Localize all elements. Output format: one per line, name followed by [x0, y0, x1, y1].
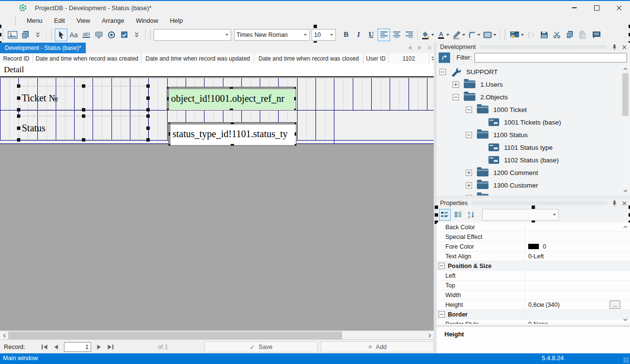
property-value[interactable]: 0-None	[525, 321, 630, 324]
property-row-left[interactable]: Left	[437, 271, 630, 281]
collapse-icon[interactable]	[453, 94, 459, 100]
property-row-height[interactable]: Height 0,6см (340) ...	[437, 300, 630, 310]
status-label-control[interactable]: Status	[18, 116, 148, 140]
copy-button[interactable]	[563, 29, 576, 41]
align-center-button[interactable]	[390, 29, 403, 41]
tree-scrollbar[interactable]	[622, 64, 629, 195]
font-size-combobox[interactable]: 10	[312, 29, 336, 41]
property-row-border-style[interactable]: Border Style 0-None	[437, 319, 630, 324]
property-row-text-align[interactable]: Text Align 0-Left	[437, 252, 630, 261]
border-style-button[interactable]	[482, 29, 498, 41]
form-designer-canvas[interactable]: Detail Ticket № object_id!1001.object_re…	[0, 63, 434, 331]
menu-item-help[interactable]: Help	[164, 16, 189, 26]
column-header-updated[interactable]: Date and time when record was updated	[142, 53, 254, 63]
font-color-button[interactable]: A	[436, 29, 451, 41]
close-panel-button[interactable]	[620, 199, 628, 207]
menu-item-edit[interactable]: Edit	[48, 16, 71, 26]
button-tool-button[interactable]	[93, 29, 105, 41]
property-row-fore-color[interactable]: Fore Color 0	[437, 242, 630, 252]
line-color-button[interactable]	[451, 29, 467, 41]
outline-button[interactable]	[525, 29, 538, 41]
column-header-record-id[interactable]: Record ID	[0, 53, 33, 63]
horizontal-scrollbar[interactable]	[0, 331, 434, 340]
collapse-icon[interactable]	[440, 69, 446, 75]
scroll-down-button[interactable]	[622, 187, 629, 195]
filter-input[interactable]	[474, 53, 627, 63]
bold-button[interactable]: B	[340, 29, 352, 41]
first-record-button[interactable]	[39, 342, 50, 352]
properties-scrollbar[interactable]	[622, 222, 629, 324]
scrollbar-thumb[interactable]	[622, 73, 629, 116]
property-row-width[interactable]: Width	[437, 290, 630, 300]
scroll-left-button[interactable]	[0, 331, 8, 340]
toolbar-grip[interactable]	[50, 29, 53, 41]
property-category-position-size[interactable]: Position & Size	[437, 261, 630, 271]
ellipsis-button[interactable]: ...	[610, 301, 620, 309]
pin-panel-button[interactable]	[611, 43, 618, 51]
navigate-to-object-button[interactable]	[439, 52, 450, 63]
collapse-icon[interactable]	[439, 311, 445, 317]
italic-button[interactable]: I	[352, 29, 365, 41]
scroll-down-button[interactable]	[622, 316, 629, 324]
property-row-special-effect[interactable]: Special Effect	[437, 232, 630, 242]
property-value[interactable]: 0	[525, 243, 630, 250]
save-button[interactable]	[538, 29, 551, 41]
categorized-view-button[interactable]	[439, 209, 451, 221]
menu-item-menu[interactable]: Menu	[21, 16, 48, 26]
close-panel-button[interactable]	[620, 43, 628, 51]
tree-item-1200-comment[interactable]: 1200 Comment	[437, 166, 630, 179]
form-history-button[interactable]	[508, 29, 525, 41]
tree-item-support[interactable]: SUPPORT	[437, 65, 630, 78]
column-header-closed[interactable]: Date and time when record was closed	[254, 53, 363, 63]
previous-record-button[interactable]	[50, 342, 62, 352]
underline-button[interactable]: U	[365, 29, 378, 41]
property-object-combobox[interactable]	[482, 209, 559, 221]
align-left-button[interactable]	[378, 29, 390, 41]
toolbar-grip[interactable]	[149, 29, 152, 41]
group-overflow-chevron[interactable]	[130, 29, 143, 41]
tree-item-1300-customer[interactable]: 1300 Customer	[437, 179, 630, 191]
collapse-icon[interactable]	[466, 107, 472, 113]
tree-item-users[interactable]: 1.Users	[437, 78, 630, 91]
tree-item-1100-status[interactable]: 1100 Status	[437, 128, 630, 141]
column-header-1102[interactable]: 1102	[389, 53, 429, 63]
pin-panel-button[interactable]	[611, 199, 618, 207]
tab-close-button[interactable]	[426, 44, 433, 51]
tree-item-1000-ticket[interactable]: 1000 Ticket	[437, 103, 630, 116]
tree-item-1001-tickets-base[interactable]: 1001 Tickets (base)	[437, 116, 630, 128]
border-corner-button[interactable]	[467, 29, 482, 41]
column-header-user-id[interactable]: User ID	[363, 53, 389, 63]
tree-item-1102-status-base[interactable]: 1102 Status (base)	[437, 154, 630, 166]
column-header-created[interactable]: Date and time when record was created	[33, 53, 142, 63]
collapse-icon[interactable]	[439, 263, 445, 269]
record-number-input[interactable]	[64, 342, 91, 352]
tab-scroll-left-button[interactable]	[407, 44, 413, 51]
property-value[interactable]: 0-Left	[525, 253, 630, 260]
last-record-button[interactable]	[105, 342, 116, 352]
ticket-label-control[interactable]: Ticket №	[18, 86, 148, 110]
ticket-number-field-control[interactable]: object_id!1001.object_ref_nr	[167, 87, 296, 111]
menu-item-view[interactable]: View	[71, 16, 96, 26]
tab-development-status-base[interactable]: Development - Status (base)*	[0, 43, 86, 53]
scroll-up-button[interactable]	[622, 222, 629, 231]
collapse-icon[interactable]	[466, 132, 472, 138]
menu-item-arrange[interactable]: Arrange	[96, 16, 130, 26]
property-row-top[interactable]: Top	[437, 281, 630, 290]
group-overflow-chevron[interactable]	[32, 29, 44, 41]
property-category-border[interactable]: Border	[437, 310, 630, 319]
insert-image-button[interactable]	[6, 29, 19, 41]
close-button[interactable]	[608, 1, 630, 15]
radio-tool-button[interactable]	[105, 29, 118, 41]
textbox-tool-button[interactable]: abǀ	[80, 29, 93, 41]
tree-item-1400[interactable]: 1400	[437, 191, 630, 196]
cut-button[interactable]	[551, 29, 563, 41]
paste-button[interactable]	[576, 29, 588, 41]
menubar-grip[interactable]	[15, 16, 17, 26]
toolbar-grip[interactable]	[2, 29, 4, 41]
toolbar-grip[interactable]	[504, 29, 506, 41]
fill-color-button[interactable]	[420, 29, 436, 41]
style-combobox[interactable]	[154, 29, 231, 41]
status-field-control[interactable]: status_type_id!1101.status_ty	[168, 122, 297, 146]
scrollbar-thumb[interactable]	[8, 332, 342, 339]
select-tool-button[interactable]	[55, 29, 67, 41]
